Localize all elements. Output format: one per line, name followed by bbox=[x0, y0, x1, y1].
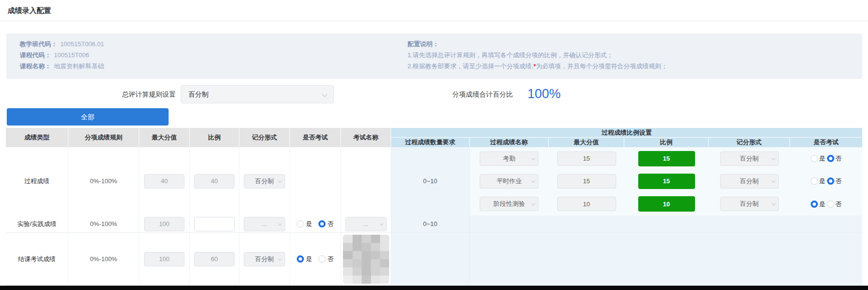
process-item-ratio-input[interactable] bbox=[638, 196, 695, 212]
process-ratio-input[interactable] bbox=[194, 174, 235, 189]
course-name-label: 课程名称： bbox=[20, 63, 51, 70]
radio-no[interactable] bbox=[827, 201, 834, 208]
course-info-panel: 教学班代码：100515T006.01 课程代码：100515T006 课程名称… bbox=[6, 34, 862, 79]
course-name-value: 地震资料解释基础 bbox=[54, 63, 104, 70]
max-score-cell bbox=[139, 233, 190, 286]
page-header: 成绩录入配置 bbox=[0, 0, 868, 21]
score-form-cell: ... bbox=[239, 215, 290, 233]
grade-type-cell: 实验/实践成绩 bbox=[6, 215, 68, 233]
table-body: 过程成绩 0%-100% 百分制 0~10 bbox=[6, 147, 862, 286]
course-name-line: 课程名称：地震资料解释基础 bbox=[20, 61, 104, 72]
process-item-name-select[interactable]: 阶段性测验 bbox=[480, 197, 539, 211]
process-item-ratio-input[interactable] bbox=[638, 151, 695, 166]
radio-yes[interactable] bbox=[811, 155, 818, 162]
process-quantity-cell-empty bbox=[391, 233, 470, 286]
process-score-form-select[interactable]: 百分制 bbox=[244, 174, 285, 189]
subitem-rule-cell: 0%-100% bbox=[68, 147, 139, 216]
chevron-down-icon bbox=[278, 179, 282, 183]
process-item-max-score-input[interactable] bbox=[557, 197, 616, 211]
exam-name-cell bbox=[341, 233, 391, 286]
chevron-down-icon bbox=[531, 179, 535, 183]
grade-entry-config-page: 成绩录入配置 教学班代码：100515T006.01 课程代码：100515T0… bbox=[0, 0, 868, 290]
process-item-name-select[interactable]: 平时作业 bbox=[480, 174, 539, 189]
radio-no-selected[interactable] bbox=[827, 177, 834, 185]
max-score-cell bbox=[139, 147, 190, 216]
config-instruction-line-1: 1.请先选择总评计算规则，再填写各个成绩分项的比例，并确认记分形式； bbox=[408, 50, 668, 61]
calc-rule-selected-value: 百分制 bbox=[188, 90, 209, 98]
process-item-score-form-select[interactable]: 百分制 bbox=[720, 151, 779, 166]
final-ratio-input[interactable] bbox=[194, 252, 235, 266]
process-item-ratio-input[interactable] bbox=[638, 174, 695, 189]
radio-yes-selected[interactable] bbox=[297, 255, 304, 263]
calc-rule-label: 总评计算规则设置 bbox=[0, 85, 176, 103]
course-code-label: 课程代码： bbox=[20, 51, 51, 59]
radio-no-selected[interactable] bbox=[827, 155, 834, 162]
chevron-down-icon bbox=[278, 221, 282, 225]
header-ratio: 比例 bbox=[190, 128, 239, 147]
header-process-ratio: 比例 bbox=[624, 138, 709, 147]
bottom-bar bbox=[0, 286, 868, 290]
teaching-class-code-line: 教学班代码：100515T006.01 bbox=[20, 38, 104, 50]
experiment-exam-name-select[interactable]: ... bbox=[345, 217, 387, 231]
radio-no[interactable] bbox=[318, 255, 326, 263]
process-max-score-input[interactable] bbox=[144, 174, 184, 189]
calc-rule-select[interactable]: 百分制 bbox=[181, 85, 334, 103]
score-form-cell: 百分制 bbox=[239, 147, 290, 216]
page-title: 成绩录入配置 bbox=[8, 6, 51, 15]
chevron-down-icon bbox=[531, 156, 535, 160]
chevron-down-icon bbox=[771, 179, 775, 183]
process-item-score-form-select[interactable]: 百分制 bbox=[720, 174, 779, 189]
exam-name-cell: ... bbox=[341, 215, 391, 233]
chevron-down-icon bbox=[771, 156, 775, 160]
process-item-max-score-input[interactable] bbox=[557, 151, 616, 166]
radio-yes[interactable] bbox=[811, 177, 818, 185]
teaching-class-code-value: 100515T006.01 bbox=[60, 40, 104, 48]
header-grade-type: 成绩类型 bbox=[6, 128, 68, 147]
grade-type-cell: 结课考试成绩 bbox=[6, 233, 68, 286]
header-subitem-rule: 分项成绩规则 bbox=[68, 128, 139, 147]
chevron-down-icon bbox=[278, 256, 282, 260]
process-item-row-homework: 平时作业 百分制 bbox=[470, 170, 862, 192]
header-exam-name: 考试名称 bbox=[341, 128, 391, 147]
final-max-score-input[interactable] bbox=[144, 252, 184, 266]
process-item-score-form-select[interactable]: 百分制 bbox=[720, 197, 779, 211]
experiment-ratio-input[interactable] bbox=[194, 217, 235, 231]
course-info-fields: 教学班代码：100515T006.01 课程代码：100515T006 课程名称… bbox=[20, 38, 104, 72]
chevron-down-icon bbox=[379, 221, 383, 225]
process-item-is-exam-radio-group: 是否 bbox=[811, 177, 842, 185]
table-row-process-grade: 过程成绩 0%-100% 百分制 0~10 bbox=[6, 147, 862, 215]
final-is-exam-radio-group: 是否 bbox=[297, 255, 334, 263]
table-row-final-exam-grade: 结课考试成绩 0%-100% 百分制 是否 bbox=[6, 233, 862, 286]
is-exam-cell: 是否 bbox=[290, 233, 341, 286]
total-percent-label: 分项成绩合计百分比 bbox=[436, 85, 513, 103]
calc-rule-controls: 总评计算规则设置 百分制 分项成绩合计百分比 100% bbox=[0, 85, 868, 103]
header-process-max-score: 最大分值 bbox=[549, 138, 624, 147]
radio-no-selected[interactable] bbox=[318, 220, 326, 227]
grade-config-table: 成绩类型 分项成绩规则 最大分值 比例 记分形式 是否考试 考试名称 过程成绩比… bbox=[6, 128, 862, 286]
header-process-is-exam: 是否考试 bbox=[790, 138, 862, 147]
process-item-row-stage-test: 阶段性测验 百分制 bbox=[470, 193, 862, 215]
radio-yes[interactable] bbox=[297, 220, 304, 227]
process-item-max-score-input[interactable] bbox=[557, 174, 616, 189]
experiment-is-exam-radio-group: 是否 bbox=[297, 220, 334, 227]
header-process-quantity: 过程成绩数量要求 bbox=[391, 138, 470, 147]
all-button[interactable]: 全部 bbox=[7, 108, 169, 126]
experiment-max-score-input[interactable] bbox=[144, 217, 184, 231]
final-score-form-select[interactable]: 百分制 bbox=[244, 252, 285, 266]
header-process-score-form: 记分形式 bbox=[709, 138, 790, 147]
experiment-score-form-select[interactable]: ... bbox=[244, 217, 285, 231]
chevron-down-icon bbox=[322, 91, 327, 97]
process-quantity-cell: 0~10 bbox=[391, 147, 470, 216]
process-item-row-attendance: 考勤 百分制 bbox=[470, 147, 862, 170]
table-row-experiment-grade: 实验/实践成绩 0%-100% ... 是否 bbox=[6, 215, 862, 233]
chevron-down-icon bbox=[771, 202, 775, 205]
teaching-class-code-label: 教学班代码： bbox=[20, 40, 57, 48]
header-is-exam: 是否考试 bbox=[290, 128, 341, 147]
radio-yes-selected[interactable] bbox=[811, 201, 818, 208]
process-item-is-exam-radio-group: 是否 bbox=[811, 155, 842, 162]
is-exam-cell bbox=[290, 147, 341, 216]
subitem-rule-cell: 0%-100% bbox=[68, 215, 139, 233]
process-items-area: 考勤 百分制 bbox=[470, 147, 862, 216]
process-item-name-select[interactable]: 考勤 bbox=[480, 151, 539, 166]
course-code-value: 100515T006 bbox=[54, 51, 89, 59]
